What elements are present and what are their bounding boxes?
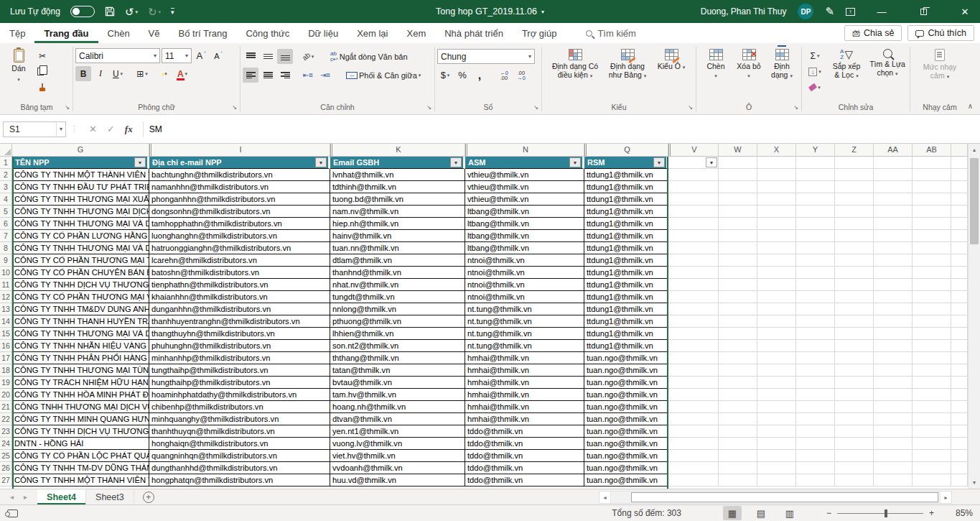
comma-button[interactable]: ,: [472, 68, 487, 83]
paste-button[interactable]: Dán▾: [3, 46, 34, 83]
cell[interactable]: [951, 157, 968, 169]
cell[interactable]: tuan.ngo@thmilk.vn: [584, 377, 668, 389]
cell[interactable]: [719, 218, 757, 230]
cell[interactable]: CÔNG TY TNHH PHÂN PHỐI HÀNG H: [12, 352, 149, 364]
cell[interactable]: CÔNG TY TNHH HÒA MINH PHÁT ĐẠ: [12, 389, 149, 401]
cell[interactable]: [951, 291, 968, 303]
cell[interactable]: hmhai@thmilk.vn: [465, 413, 584, 425]
cell[interactable]: namanhhn@thmilkdistributors.vn: [149, 181, 330, 193]
ribbon-tab-5[interactable]: Công thức: [236, 23, 299, 43]
cell[interactable]: [719, 181, 757, 193]
cell[interactable]: ▼: [668, 157, 719, 169]
cell[interactable]: CÔNG TY TNHH THƯƠNG MẠI VÀ DỊ: [12, 328, 149, 340]
cell[interactable]: ttdung1@thmilk.vn: [584, 181, 668, 193]
cell[interactable]: [719, 169, 757, 181]
cell[interactable]: [668, 413, 719, 425]
cell[interactable]: CÔNG TY CỔ PHẦN LƯƠNG HẰNG: [12, 230, 149, 242]
cell[interactable]: [668, 425, 719, 438]
cell[interactable]: [913, 389, 951, 401]
row-number[interactable]: 22: [0, 413, 12, 425]
cell[interactable]: CÔNG TY TNHH TM&DV DUNG ANH: [12, 303, 149, 315]
cell[interactable]: [835, 328, 874, 340]
row-number[interactable]: 21: [0, 401, 12, 413]
cell[interactable]: CÔNG TY TRÁCH NHIỆM HỮU HẠN H: [12, 377, 149, 389]
horizontal-scroll-thumb[interactable]: [631, 492, 938, 502]
cell[interactable]: ttdung1@thmilk.vn: [584, 315, 668, 328]
cell[interactable]: [757, 181, 796, 193]
cell[interactable]: khaianhhn@thmilkdistributors.vn: [149, 291, 330, 303]
cell[interactable]: [951, 193, 968, 206]
increase-indent-button[interactable]: ⇥≡: [317, 68, 333, 83]
cell[interactable]: [796, 157, 835, 169]
align-right-button[interactable]: [277, 68, 293, 83]
cell[interactable]: [668, 291, 719, 303]
cell[interactable]: ntnoi@thmilk.vn: [465, 267, 584, 279]
cell[interactable]: quangninhqn@thmilkdistributors.vn: [149, 450, 330, 462]
cell[interactable]: vthieu@thmilk.vn: [465, 169, 584, 181]
row-number[interactable]: 2: [0, 169, 12, 181]
cell[interactable]: [668, 389, 719, 401]
cell[interactable]: [796, 230, 835, 242]
cell[interactable]: [719, 352, 757, 364]
scroll-right-icon[interactable]: ▸: [940, 492, 951, 503]
cell[interactable]: [835, 413, 874, 425]
align-center-button[interactable]: [260, 68, 276, 83]
cell[interactable]: CÔNG TY TNHH THƯƠNG MẠI TÙNG: [12, 364, 149, 377]
cell[interactable]: [913, 242, 951, 254]
ribbon-tab-7[interactable]: Xem lại: [347, 23, 397, 43]
borders-button[interactable]: ⊞▾: [134, 66, 150, 81]
cell[interactable]: [719, 438, 757, 450]
row-number[interactable]: 20: [0, 389, 12, 401]
row-number[interactable]: 8: [0, 242, 12, 254]
cell[interactable]: [757, 315, 796, 328]
cell[interactable]: [796, 303, 835, 315]
scroll-left-icon[interactable]: ◂: [599, 492, 611, 503]
cell[interactable]: tuan.ngo@thmilk.vn: [584, 462, 668, 474]
cell[interactable]: [913, 364, 951, 377]
ribbon-tab-8[interactable]: Xem: [397, 23, 435, 43]
new-sheet-button[interactable]: +: [143, 492, 154, 503]
cell[interactable]: hiep.nh@thmilk.vn: [330, 218, 465, 230]
cell[interactable]: tuan.ngo@thmilk.vn: [584, 413, 668, 425]
cell[interactable]: [913, 254, 951, 267]
cell[interactable]: [668, 364, 719, 377]
cell[interactable]: [874, 389, 913, 401]
conditional-formatting-button[interactable]: Định dạng Có điều kiện ▾: [549, 46, 601, 80]
cell[interactable]: [835, 230, 874, 242]
cell[interactable]: dtvan@thmilk.vn: [330, 413, 465, 425]
table-header-cell[interactable]: Địa chỉ e-mail NPP▼: [149, 157, 330, 169]
cell[interactable]: [796, 377, 835, 389]
filter-dropdown-icon[interactable]: ▼: [134, 157, 146, 167]
row-number[interactable]: 15: [0, 328, 12, 340]
cell[interactable]: huu.vd@thmilk.vn: [330, 474, 465, 487]
styles-dialog-launcher[interactable]: ↘: [688, 102, 693, 113]
cell[interactable]: tuan.ngo@thmilk.vn: [584, 474, 668, 487]
scroll-up-icon[interactable]: ▴: [969, 144, 980, 156]
autosum-button[interactable]: Σ▾: [804, 48, 826, 63]
cell[interactable]: tuan.ngo@thmilk.vn: [584, 401, 668, 413]
column-header-W[interactable]: W: [719, 144, 757, 157]
row-number[interactable]: 9: [0, 254, 12, 267]
cell[interactable]: [668, 303, 719, 315]
share-button[interactable]: 🖄Chia sẻ: [844, 25, 902, 41]
decrease-indent-button[interactable]: ⇤≡: [300, 68, 316, 83]
cell[interactable]: [951, 328, 968, 340]
cell[interactable]: [874, 364, 913, 377]
ribbon-tab-9[interactable]: Nhà phát triển: [435, 23, 513, 43]
cell[interactable]: [719, 157, 757, 169]
macro-record-icon[interactable]: [7, 510, 18, 517]
cell[interactable]: [757, 425, 796, 438]
cell[interactable]: [757, 340, 796, 352]
filter-dropdown-icon[interactable]: ▼: [569, 157, 581, 167]
cell[interactable]: [951, 389, 968, 401]
alignment-dialog-launcher[interactable]: ↘: [426, 102, 431, 113]
cell[interactable]: hmhai@thmilk.vn: [465, 364, 584, 377]
vertical-scrollbar[interactable]: ▴ ▾: [968, 144, 980, 489]
row-number[interactable]: 26: [0, 462, 12, 474]
row-number[interactable]: 11: [0, 279, 12, 291]
cell[interactable]: [796, 340, 835, 352]
cell[interactable]: [796, 352, 835, 364]
cell[interactable]: [913, 230, 951, 242]
vertical-scroll-thumb[interactable]: [970, 158, 979, 244]
name-box[interactable]: S1▾: [3, 121, 66, 137]
